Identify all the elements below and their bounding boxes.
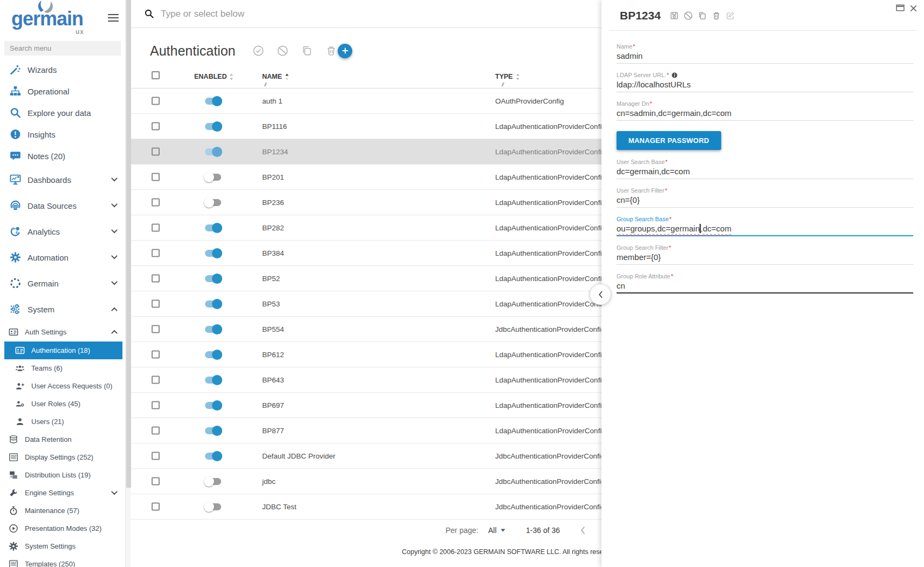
sidebar-item-analytics[interactable]: Analytics [0,218,125,244]
enabled-toggle[interactable] [204,425,222,436]
sidebar-item-authentication-18[interactable]: Authentication (18) [0,341,125,359]
copy-icon[interactable] [698,11,707,20]
sidebar-item-notes-20[interactable]: Notes (20) [0,145,125,167]
manager-password-button[interactable]: MANAGER PASSWORD [617,131,721,150]
previous-page-icon[interactable] [580,526,585,535]
sidebar-item-automation[interactable]: Automation [0,244,125,270]
select-all-checkbox[interactable] [152,71,160,79]
row-checkbox[interactable] [152,97,160,105]
sidebar-item-insights[interactable]: Insights [0,124,125,145]
enabled-toggle[interactable] [204,349,222,360]
field-value-manager-dn[interactable]: cn=sadmin,dc=germain,dc=com [617,108,913,121]
row-checkbox[interactable] [152,503,160,511]
column-header-enabled[interactable]: ENABLED [194,73,234,80]
save-icon[interactable] [670,11,679,20]
trash-icon[interactable] [712,11,721,20]
row-checkbox[interactable] [152,351,160,359]
row-checkbox[interactable] [152,427,160,435]
trash-icon[interactable] [326,45,337,56]
enabled-toggle[interactable] [204,172,222,182]
add-button[interactable] [338,44,352,58]
sidebar-item-display-settings-252[interactable]: Display Settings (252) [0,448,125,466]
sidebar-item-dashboards[interactable]: Dashboards [0,167,125,193]
column-resize-handle[interactable]: // [264,82,266,87]
sidebar-item-operational[interactable]: Operational [0,80,125,102]
check-circle-icon[interactable] [253,45,264,56]
row-type: LdapAuthenticationProviderConfig [495,122,606,131]
field-value-group-search-filter[interactable]: member={0} [617,252,913,265]
field-value-user-search-filter[interactable]: cn={0} [617,195,913,208]
enabled-toggle[interactable] [204,248,222,258]
close-icon[interactable] [910,5,917,12]
ban-icon[interactable] [277,45,288,56]
sidebar-item-data-retention[interactable]: Data Retention [0,431,125,448]
row-checkbox[interactable] [152,300,160,308]
sidebar-item-presentation-modes-32[interactable]: Presentation Modes (32) [0,520,125,537]
enabled-toggle[interactable] [204,324,222,334]
field-value-user-search-base[interactable]: dc=germain,dc=com [617,167,913,179]
sidebar-item-data-sources[interactable]: Data Sources [0,193,125,218]
sidebar-item-wizards[interactable]: Wizards [0,59,125,80]
enabled-toggle[interactable] [204,501,222,512]
enabled-toggle[interactable] [204,400,222,411]
enabled-toggle[interactable] [204,298,222,309]
field-value-group-role-attribute[interactable]: cn [617,281,913,293]
row-checkbox[interactable] [152,401,160,409]
row-checkbox[interactable] [152,249,160,257]
edit-icon[interactable] [726,11,735,20]
panel-collapse-button[interactable] [590,284,611,305]
sidebar-item-system[interactable]: System [0,296,125,322]
sidebar-item-teams-6[interactable]: Teams (6) [0,359,125,377]
row-type: LdapAuthenticationProviderConfig [495,249,606,257]
panel-title: BP1234 [620,9,661,22]
row-checkbox[interactable] [152,325,160,333]
enabled-toggle[interactable] [204,222,222,233]
sidebar-item-templates-250[interactable]: Templates (250) [0,555,125,567]
ban-icon[interactable] [684,11,693,20]
row-checkbox[interactable] [152,173,160,181]
sidebar-scrollbar[interactable] [125,0,131,567]
sidebar-search-input[interactable] [4,41,121,56]
copy-icon[interactable] [302,45,312,56]
enabled-toggle[interactable] [204,146,222,157]
sidebar-item-explore-your-data[interactable]: Explore your data [0,102,125,124]
sidebar-item-users-21[interactable]: Users (21) [0,413,125,431]
row-type: LdapAuthenticationProviderConfig [495,224,606,232]
hamburger-menu-icon[interactable] [108,13,119,22]
toolbar [253,45,337,56]
column-header-name[interactable]: NAME [262,73,289,80]
sidebar-item-germain[interactable]: Germain [0,270,125,296]
maximize-icon[interactable] [896,4,905,11]
enabled-toggle[interactable] [204,476,222,487]
row-checkbox[interactable] [152,376,160,384]
sidebar-item-user-roles-45[interactable]: User Roles (45) [0,395,125,413]
enabled-toggle[interactable] [204,95,222,106]
sidebar-item-distribution-lists-19[interactable]: Distribution Lists (19) [0,466,125,484]
row-checkbox[interactable] [152,477,160,486]
row-checkbox[interactable] [152,275,160,283]
row-checkbox[interactable] [152,148,160,156]
enabled-toggle[interactable] [204,450,222,461]
per-page-select[interactable]: All [488,526,505,535]
sidebar-item-maintenance-57[interactable]: Maintenance (57) [0,502,125,520]
field-value-name[interactable]: sadmin [617,51,913,64]
sidebar-item-auth-settings[interactable]: Auth Settings [0,322,125,341]
enabled-toggle[interactable] [204,197,222,208]
row-name: BP697 [262,401,284,409]
sidebar-item-engine-settings[interactable]: Engine Settings [0,484,125,502]
sidebar-item-user-access-requests-0[interactable]: User Access Requests (0) [0,377,125,395]
row-checkbox[interactable] [152,224,160,232]
sidebar-item-system-settings[interactable]: System Settings [0,537,125,555]
field-ldap-server-url: LDAP Server URL.* ldap://localhostURLs [617,72,913,92]
enabled-toggle[interactable] [204,121,222,132]
field-value-ldap-server-url[interactable]: ldap://localhostURLs [617,80,913,92]
column-header-type[interactable]: TYPE [495,73,520,80]
sidebar-scrollbar-thumb[interactable] [126,0,131,488]
row-checkbox[interactable] [152,199,160,207]
column-resize-handle[interactable]: // [502,82,503,87]
enabled-toggle[interactable] [204,374,222,385]
field-value-group-search-base[interactable]: ou=groups,dc=germain,dc=com [617,224,913,236]
row-checkbox[interactable] [152,452,160,460]
enabled-toggle[interactable] [204,273,222,284]
row-checkbox[interactable] [152,122,160,131]
